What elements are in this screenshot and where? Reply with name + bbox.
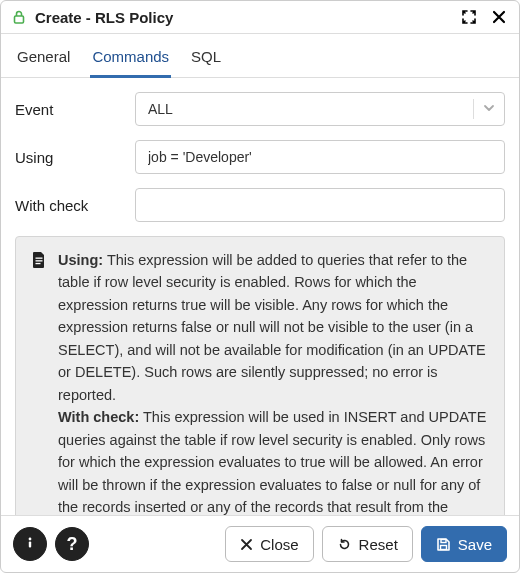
x-icon [240, 538, 253, 551]
tab-commands[interactable]: Commands [90, 38, 171, 78]
reset-icon [337, 537, 352, 552]
svg-rect-0 [15, 16, 24, 23]
using-input[interactable] [135, 140, 505, 174]
info-button[interactable] [13, 527, 47, 561]
help-content: Using: This expression will be added to … [58, 249, 490, 515]
svg-rect-2 [36, 260, 43, 261]
label-withcheck: With check [15, 197, 125, 214]
svg-rect-7 [441, 539, 446, 542]
row-using: Using [15, 140, 505, 174]
event-select[interactable]: ALL [135, 92, 505, 126]
reset-button-label: Reset [359, 536, 398, 553]
dialog-body: Event ALL Using With check [1, 78, 519, 515]
close-button-label: Close [260, 536, 298, 553]
close-icon[interactable] [489, 7, 509, 27]
dialog-footer: ? Close Reset [1, 515, 519, 572]
svg-rect-1 [36, 258, 43, 259]
save-button[interactable]: Save [421, 526, 507, 562]
tab-bar: General Commands SQL [1, 34, 519, 78]
question-icon: ? [67, 535, 78, 553]
help-button[interactable]: ? [55, 527, 89, 561]
document-icon [30, 251, 48, 515]
dialog-title: Create - RLS Policy [35, 9, 453, 26]
save-icon [436, 537, 451, 552]
event-select-value: ALL [148, 101, 469, 117]
svg-rect-3 [36, 263, 41, 264]
save-button-label: Save [458, 536, 492, 553]
close-button[interactable]: Close [225, 526, 313, 562]
chevron-down-icon [482, 101, 496, 118]
svg-rect-5 [29, 541, 31, 547]
withcheck-input[interactable] [135, 188, 505, 222]
tab-general[interactable]: General [15, 38, 72, 78]
reset-button[interactable]: Reset [322, 526, 413, 562]
dialog-titlebar: Create - RLS Policy [1, 1, 519, 34]
expand-icon[interactable] [459, 7, 479, 27]
info-icon [22, 535, 38, 554]
row-withcheck: With check [15, 188, 505, 222]
svg-rect-6 [440, 545, 446, 549]
help-using-label: Using: [58, 252, 103, 268]
help-panel: Using: This expression will be added to … [15, 236, 505, 515]
dialog-create-rls-policy: Create - RLS Policy General Commands SQL… [0, 0, 520, 573]
lock-icon [9, 7, 29, 27]
help-withcheck-label: With check: [58, 409, 139, 425]
tab-sql[interactable]: SQL [189, 38, 223, 78]
label-using: Using [15, 149, 125, 166]
help-using-text: This expression will be added to queries… [58, 252, 486, 403]
svg-point-4 [29, 537, 32, 540]
label-event: Event [15, 101, 125, 118]
row-event: Event ALL [15, 92, 505, 126]
select-divider [473, 99, 474, 119]
